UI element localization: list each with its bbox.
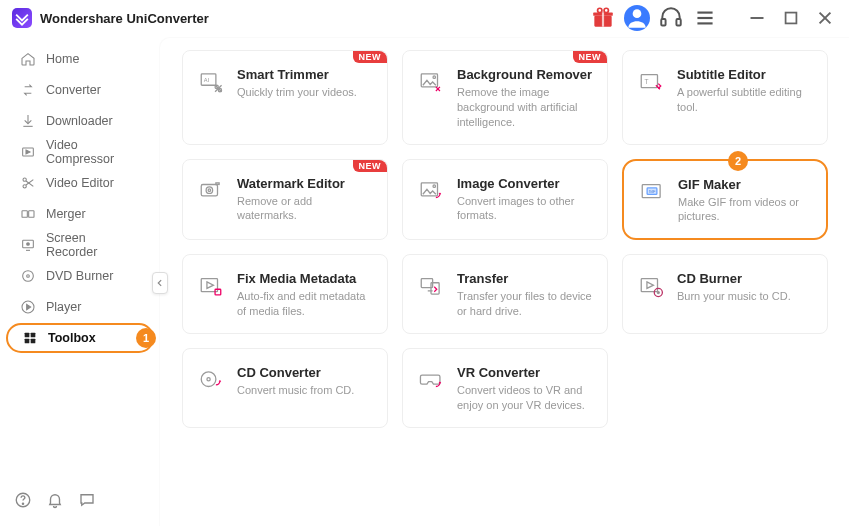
- callout-badge-1: 1: [136, 328, 156, 348]
- help-icon[interactable]: [14, 491, 32, 509]
- tool-card-transfer[interactable]: Transfer Transfer your files to device o…: [402, 254, 608, 334]
- editor-scissors-icon: [20, 175, 36, 191]
- feedback-icon[interactable]: [78, 491, 96, 509]
- tool-title: Background Remover: [457, 67, 593, 82]
- tool-title: CD Burner: [677, 271, 791, 286]
- sidebar-item-downloader[interactable]: Downloader: [6, 106, 154, 136]
- sidebar-item-label: Player: [46, 300, 81, 314]
- tool-card-cd-burner[interactable]: CD Burner Burn your music to CD.: [622, 254, 828, 334]
- tool-title: Fix Media Metadata: [237, 271, 373, 286]
- sidebar-item-video-editor[interactable]: Video Editor: [6, 168, 154, 198]
- tool-card-image-converter[interactable]: Image Converter Convert images to other …: [402, 159, 608, 241]
- svg-point-41: [208, 189, 210, 191]
- tool-desc: Convert videos to VR and enjoy on your V…: [457, 383, 593, 413]
- svg-point-16: [23, 178, 26, 181]
- sidebar-bottom: [0, 481, 160, 519]
- svg-rect-28: [31, 339, 36, 344]
- tool-title: Watermark Editor: [237, 176, 373, 191]
- sidebar-item-dvd-burner[interactable]: DVD Burner: [6, 261, 154, 291]
- gift-icon[interactable]: [590, 5, 616, 31]
- user-account-icon[interactable]: [624, 5, 650, 31]
- image-converter-icon: [417, 176, 445, 204]
- svg-point-5: [633, 9, 642, 18]
- toolbox-icon: [22, 330, 38, 346]
- svg-point-3: [598, 8, 602, 12]
- sidebar-item-label: Converter: [46, 83, 101, 97]
- window-close-button[interactable]: [812, 5, 838, 31]
- svg-point-22: [23, 271, 34, 282]
- sidebar-item-label: Video Compressor: [46, 138, 140, 166]
- tool-desc: Burn your music to CD.: [677, 289, 791, 304]
- tool-title: CD Converter: [237, 365, 354, 380]
- main-area: Home Converter Downloader Video Compress…: [0, 36, 850, 527]
- sidebar-item-video-compressor[interactable]: Video Compressor: [6, 137, 154, 167]
- tool-desc: Convert music from CD.: [237, 383, 354, 398]
- svg-point-30: [22, 503, 23, 504]
- content-area: NEW AI Smart Trimmer Quickly trim your v…: [160, 38, 850, 527]
- tool-card-background-remover[interactable]: NEW Background Remover Remove the image …: [402, 50, 608, 145]
- svg-rect-25: [25, 333, 30, 338]
- tool-card-watermark-editor[interactable]: NEW Watermark Editor Remove or add water…: [182, 159, 388, 241]
- merger-icon: [20, 206, 36, 222]
- cd-burner-icon: [637, 271, 665, 299]
- downloader-icon: [20, 113, 36, 129]
- tool-card-fix-media-metadata[interactable]: Fix Media Metadata Auto-fix and edit met…: [182, 254, 388, 334]
- transfer-icon: [417, 271, 445, 299]
- sidebar-item-label: DVD Burner: [46, 269, 113, 283]
- sidebar-item-label: Toolbox: [48, 331, 96, 345]
- svg-rect-19: [29, 211, 34, 218]
- sidebar-item-screen-recorder[interactable]: Screen Recorder: [6, 230, 154, 260]
- tool-desc: Remove the image background with artific…: [457, 85, 593, 130]
- tool-title: Transfer: [457, 271, 593, 286]
- svg-point-54: [657, 292, 659, 294]
- tool-title: Image Converter: [457, 176, 593, 191]
- sidebar-collapse-handle[interactable]: [152, 272, 168, 294]
- new-badge: NEW: [353, 51, 388, 63]
- tool-title: Smart Trimmer: [237, 67, 357, 82]
- callout-badge-2: 2: [728, 151, 748, 171]
- svg-point-21: [27, 243, 30, 246]
- svg-text:AI: AI: [204, 77, 210, 83]
- sidebar-item-toolbox[interactable]: Toolbox 1: [6, 323, 154, 353]
- sidebar-item-converter[interactable]: Converter: [6, 75, 154, 105]
- background-remover-icon: [417, 67, 445, 95]
- svg-rect-37: [641, 75, 657, 88]
- tool-desc: Convert images to other formats.: [457, 194, 593, 224]
- svg-rect-12: [786, 13, 797, 24]
- screen-recorder-icon: [20, 237, 36, 253]
- svg-point-44: [433, 184, 435, 186]
- window-maximize-button[interactable]: [778, 5, 804, 31]
- sidebar-item-merger[interactable]: Merger: [6, 199, 154, 229]
- headset-support-icon[interactable]: [658, 5, 684, 31]
- svg-rect-26: [31, 333, 36, 338]
- tool-card-subtitle-editor[interactable]: T Subtitle Editor A powerful subtitle ed…: [622, 50, 828, 145]
- svg-rect-39: [201, 184, 217, 195]
- sidebar-item-player[interactable]: Player: [6, 292, 154, 322]
- menu-icon[interactable]: [692, 5, 718, 31]
- tool-desc: Auto-fix and edit metadata of media file…: [237, 289, 373, 319]
- fix-metadata-icon: [197, 271, 225, 299]
- sidebar-item-label: Screen Recorder: [46, 231, 140, 259]
- tool-card-vr-converter[interactable]: VR Converter Convert videos to VR and en…: [402, 348, 608, 428]
- tool-desc: Make GIF from videos or pictures.: [678, 195, 812, 225]
- window-minimize-button[interactable]: [744, 5, 770, 31]
- svg-point-36: [433, 76, 435, 78]
- tool-title: GIF Maker: [678, 177, 812, 192]
- tool-card-smart-trimmer[interactable]: NEW AI Smart Trimmer Quickly trim your v…: [182, 50, 388, 145]
- svg-rect-27: [25, 339, 30, 344]
- subtitle-editor-icon: T: [637, 67, 665, 95]
- svg-rect-7: [676, 19, 680, 26]
- app-title: Wondershare UniConverter: [40, 11, 209, 26]
- tool-card-cd-converter[interactable]: CD Converter Convert music from CD.: [182, 348, 388, 428]
- tools-grid: NEW AI Smart Trimmer Quickly trim your v…: [182, 50, 828, 428]
- sidebar: Home Converter Downloader Video Compress…: [0, 36, 160, 527]
- gif-maker-icon: GIF: [638, 177, 666, 205]
- player-icon: [20, 299, 36, 315]
- cd-converter-icon: [197, 365, 225, 393]
- sidebar-item-label: Downloader: [46, 114, 113, 128]
- svg-point-55: [201, 372, 216, 387]
- tool-card-gif-maker[interactable]: 2 GIF GIF Maker Make GIF from videos or …: [622, 159, 828, 241]
- sidebar-item-home[interactable]: Home: [6, 44, 154, 74]
- bell-icon[interactable]: [46, 491, 64, 509]
- svg-point-56: [207, 378, 210, 381]
